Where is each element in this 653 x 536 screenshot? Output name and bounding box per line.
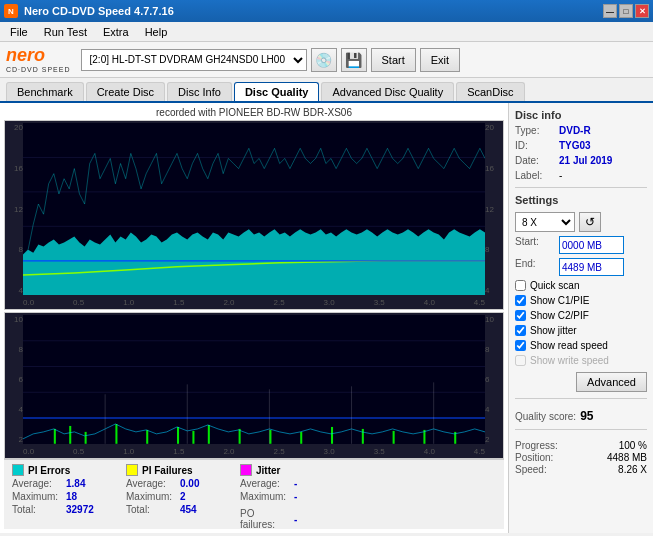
- x-top-05: 0.5: [73, 298, 84, 307]
- tab-create-disc[interactable]: Create Disc: [86, 82, 165, 101]
- jitter-avg-value: -: [294, 478, 334, 489]
- x-bot-20: 2.0: [223, 447, 234, 456]
- pi-failures-max-value: 2: [180, 491, 220, 502]
- divider-2: [515, 398, 647, 399]
- disc-date-value: 21 Jul 2019: [559, 155, 612, 166]
- disc-type-row: Type: DVD-R: [515, 125, 647, 136]
- svg-rect-23: [331, 427, 333, 444]
- x-bot-15: 1.5: [173, 447, 184, 456]
- stats-bar: PI Errors Average: 1.84 Maximum: 18 Tota…: [4, 459, 504, 529]
- start-button[interactable]: Start: [371, 48, 416, 72]
- end-label: End:: [515, 258, 555, 276]
- speed-label: Speed:: [515, 464, 547, 475]
- title-bar: N Nero CD-DVD Speed 4.7.7.16 — □ ✕: [0, 0, 653, 22]
- refresh-icon-button[interactable]: ↺: [579, 212, 601, 232]
- po-failures-label: PO failures:: [240, 508, 290, 530]
- tab-disc-quality[interactable]: Disc Quality: [234, 82, 320, 101]
- window-controls[interactable]: — □ ✕: [603, 4, 649, 18]
- y-top-20: 20: [5, 123, 25, 132]
- end-input[interactable]: [559, 258, 624, 276]
- quick-scan-label: Quick scan: [530, 280, 579, 291]
- svg-rect-17: [177, 427, 179, 444]
- x-bot-10: 1.0: [123, 447, 134, 456]
- app-title: Nero CD-DVD Speed 4.7.7.16: [24, 5, 174, 17]
- show-read-speed-label: Show read speed: [530, 340, 608, 351]
- tab-benchmark[interactable]: Benchmark: [6, 82, 84, 101]
- tab-disc-info[interactable]: Disc Info: [167, 82, 232, 101]
- settings-title: Settings: [515, 194, 647, 206]
- advanced-button[interactable]: Advanced: [576, 372, 647, 392]
- yr-top-8: 8: [485, 245, 503, 254]
- progress-row: Progress: 100 %: [515, 440, 647, 451]
- yr-bot-4: 4: [485, 405, 503, 414]
- pi-failures-color: [126, 464, 138, 476]
- show-c2-pif-checkbox[interactable]: [515, 310, 526, 321]
- y-bot-6: 6: [5, 375, 25, 384]
- disc-id-value: TYG03: [559, 140, 591, 151]
- chart-subtitle: recorded with PIONEER BD-RW BDR-XS06: [4, 107, 504, 118]
- show-c1-pie-row: Show C1/PIE: [515, 295, 647, 306]
- svg-rect-18: [192, 431, 194, 444]
- svg-rect-20: [239, 429, 241, 444]
- quick-scan-checkbox[interactable]: [515, 280, 526, 291]
- maximize-button[interactable]: □: [619, 4, 633, 18]
- nero-brand: nero: [6, 46, 45, 66]
- show-jitter-checkbox[interactable]: [515, 325, 526, 336]
- menu-file[interactable]: File: [4, 24, 34, 40]
- svg-rect-25: [393, 431, 395, 444]
- jitter-avg-label: Average:: [240, 478, 290, 489]
- pi-failures-group: PI Failures Average: 0.00 Maximum: 2 Tot…: [126, 464, 220, 525]
- yr-bot-10: 10: [485, 315, 503, 324]
- x-top-0: 0.0: [23, 298, 34, 307]
- menu-run-test[interactable]: Run Test: [38, 24, 93, 40]
- yr-top-12: 12: [485, 205, 503, 214]
- save-icon-button[interactable]: 💾: [341, 48, 367, 72]
- progress-label: Progress:: [515, 440, 558, 451]
- toolbar: nero CD·DVD SPEED [2:0] HL-DT-ST DVDRAM …: [0, 42, 653, 78]
- disc-icon-button[interactable]: 💿: [311, 48, 337, 72]
- x-top-25: 2.5: [273, 298, 284, 307]
- disc-id-row: ID: TYG03: [515, 140, 647, 151]
- tab-scan-disc[interactable]: ScanDisc: [456, 82, 524, 101]
- menu-bar: File Run Test Extra Help: [0, 22, 653, 42]
- speed-row: 8 X ↺: [515, 212, 647, 232]
- start-input[interactable]: [559, 236, 624, 254]
- close-button[interactable]: ✕: [635, 4, 649, 18]
- tab-advanced-disc-quality[interactable]: Advanced Disc Quality: [321, 82, 454, 101]
- menu-extra[interactable]: Extra: [97, 24, 135, 40]
- y-top-4: 4: [5, 286, 25, 295]
- svg-rect-24: [362, 429, 364, 444]
- show-c1-pie-label: Show C1/PIE: [530, 295, 589, 306]
- jitter-color: [240, 464, 252, 476]
- minimize-button[interactable]: —: [603, 4, 617, 18]
- position-row: Position: 4488 MB: [515, 452, 647, 463]
- x-bot-30: 3.0: [324, 447, 335, 456]
- jitter-max-label: Maximum:: [240, 491, 290, 502]
- chart-container: 20 16 12 8 4: [4, 120, 504, 459]
- divider-1: [515, 187, 647, 188]
- y-top-8: 8: [5, 245, 25, 254]
- disc-label-value: -: [559, 170, 562, 181]
- speed-value: 8.26 X: [618, 464, 647, 475]
- jitter-max-value: -: [294, 491, 334, 502]
- show-c1-pie-checkbox[interactable]: [515, 295, 526, 306]
- exit-button[interactable]: Exit: [420, 48, 460, 72]
- quality-score-row: Quality score: 95: [515, 409, 647, 423]
- pi-failures-total-value: 454: [180, 504, 220, 515]
- divider-3: [515, 429, 647, 430]
- pi-failures-avg-label: Average:: [126, 478, 176, 489]
- pi-errors-group: PI Errors Average: 1.84 Maximum: 18 Tota…: [12, 464, 106, 525]
- svg-rect-13: [69, 426, 71, 444]
- disc-type-key: Type:: [515, 125, 555, 136]
- svg-marker-5: [23, 229, 485, 295]
- drive-selector[interactable]: [2:0] HL-DT-ST DVDRAM GH24NSD0 LH00: [81, 49, 307, 71]
- disc-label-row: Label: -: [515, 170, 647, 181]
- y-bot-10: 10: [5, 315, 25, 324]
- right-panel: Disc info Type: DVD-R ID: TYG03 Date: 21…: [508, 103, 653, 533]
- menu-help[interactable]: Help: [139, 24, 174, 40]
- bottom-chart-svg: [23, 315, 485, 444]
- x-bot-35: 3.5: [374, 447, 385, 456]
- speed-selector[interactable]: 8 X: [515, 212, 575, 232]
- show-read-speed-checkbox[interactable]: [515, 340, 526, 351]
- show-jitter-row: Show jitter: [515, 325, 647, 336]
